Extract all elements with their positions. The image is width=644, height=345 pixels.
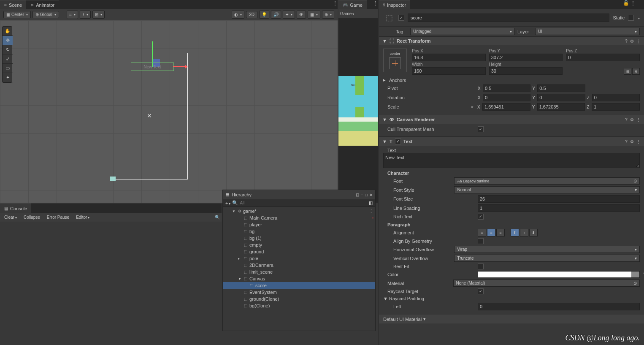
game-menu-icon[interactable]: ⋮ xyxy=(373,0,378,9)
material-field[interactable]: None (Material)⊙ xyxy=(453,280,640,287)
gizmo-x-axis[interactable] xyxy=(173,66,186,67)
align-middle-btn[interactable]: ↕ xyxy=(520,229,528,236)
2d-toggle-btn[interactable]: 2D xyxy=(246,11,257,18)
tag-dropdown[interactable]: Untagged▾ xyxy=(410,28,515,35)
scene-visibility-icon[interactable]: ▪ xyxy=(372,216,373,220)
collapse-button[interactable]: Collapse xyxy=(21,214,43,220)
search-icon[interactable]: 🔍 xyxy=(215,215,220,220)
line-spacing-input[interactable] xyxy=(478,204,640,212)
color-field[interactable]: ✎ xyxy=(478,271,640,278)
hierarchy-search-input[interactable] xyxy=(240,201,367,205)
static-dropdown[interactable] xyxy=(637,15,640,20)
text-header[interactable]: ▼ T Text ?⚙⋮ xyxy=(379,137,644,146)
text-enable-checkbox[interactable] xyxy=(395,139,401,144)
font-field[interactable]: Aa LegacyRuntime⊙ xyxy=(454,177,640,185)
align-left-btn[interactable]: ≡ xyxy=(478,229,486,236)
scene-menu-icon[interactable]: ⋮ xyxy=(333,0,338,9)
default-material-row[interactable]: Default UI Material▾ xyxy=(379,315,644,323)
help-icon[interactable]: ? xyxy=(625,39,628,43)
gizmos-btn[interactable]: ⊕ xyxy=(322,11,334,19)
hierarchy-item[interactable]: ⬚Main Camera▪ xyxy=(223,215,375,221)
close-icon[interactable]: ✕ xyxy=(369,193,373,197)
editor-dropdown[interactable]: Editor xyxy=(73,214,92,220)
camera-btn[interactable]: ▦ xyxy=(308,11,320,19)
scale-x-input[interactable] xyxy=(482,103,530,111)
layer-dropdown[interactable]: UI▾ xyxy=(535,28,640,35)
tree-arrow-icon[interactable]: ▼ xyxy=(232,209,236,213)
rect-transform-header[interactable]: ▼ ⛶ Rect Transform ?⚙⋮ xyxy=(379,37,644,45)
rot-y-input[interactable] xyxy=(537,94,585,101)
canvas-renderer-header[interactable]: ▼ 👁 Canvas Renderer ?⚙⋮ xyxy=(379,115,644,124)
preset-icon[interactable]: ⚙ xyxy=(630,139,634,144)
scene-tab[interactable]: ⌗Scene xyxy=(0,0,26,9)
help-icon[interactable]: ? xyxy=(625,117,628,122)
text-value-input[interactable]: New Text xyxy=(383,153,640,168)
lock-icon[interactable]: ⊟ xyxy=(356,193,359,197)
help-icon[interactable]: ? xyxy=(625,139,628,144)
scale-y-input[interactable] xyxy=(537,103,585,111)
hierarchy-item[interactable]: ⬚score xyxy=(223,282,375,289)
lighting-btn[interactable]: 💡 xyxy=(259,11,269,19)
hierarchy-item[interactable]: ⬚limit_scene xyxy=(223,269,375,275)
blueprint-btn[interactable]: ⊞ xyxy=(624,68,631,75)
align-bottom-btn[interactable]: ⬇ xyxy=(529,229,538,236)
error-pause-button[interactable]: Error Pause xyxy=(44,214,72,220)
minimize-icon[interactable]: − xyxy=(361,193,363,197)
scale-z-input[interactable] xyxy=(592,103,640,111)
hierarchy-item[interactable]: ⬚bg(Clone) xyxy=(223,302,375,309)
hierarchy-item[interactable]: ▼⬚Canvas xyxy=(223,275,375,282)
hidden-btn[interactable]: 👁 xyxy=(297,11,306,19)
hierarchy-item[interactable]: ⬚player xyxy=(223,221,375,228)
pivot-center-dropdown[interactable]: ▦Center xyxy=(3,11,31,18)
rot-x-input[interactable] xyxy=(483,94,530,101)
preset-icon[interactable]: ⚙ xyxy=(630,39,634,43)
align-geom-checkbox[interactable] xyxy=(478,238,484,244)
coord-global-dropdown[interactable]: ⊕Global xyxy=(32,11,59,18)
snap-increment-btn[interactable]: ⫶ xyxy=(80,11,91,19)
move-tool[interactable]: ✥ xyxy=(3,36,13,45)
game-display-dropdown[interactable]: Game xyxy=(340,11,354,16)
inspector-lock-icon[interactable]: 🔓 ⋮ xyxy=(623,0,644,9)
tree-arrow-icon[interactable]: ▼ xyxy=(238,277,242,281)
rich-text-checkbox[interactable] xyxy=(478,214,484,220)
hierarchy-item[interactable]: ⬚bg (1) xyxy=(223,235,375,242)
preset-icon[interactable]: ⚙ xyxy=(630,117,634,122)
height-input[interactable] xyxy=(489,67,563,75)
menu-icon[interactable]: ⋮ xyxy=(636,139,641,144)
raycast-target-checkbox[interactable] xyxy=(478,288,484,294)
menu-icon[interactable]: ⋮ xyxy=(636,117,641,122)
maximize-icon[interactable]: □ xyxy=(365,193,368,197)
rotate-tool[interactable]: ↻ xyxy=(3,45,13,54)
active-checkbox[interactable] xyxy=(398,15,404,21)
raycast-padding-foldout[interactable]: ▼ xyxy=(383,296,387,301)
selected-text-rect[interactable]: New Text xyxy=(131,62,174,71)
scale-tool[interactable]: ⤢ xyxy=(3,54,13,64)
inspector-tab[interactable]: ℹInspector xyxy=(379,0,410,9)
scene-menu-icon[interactable]: ⋮ xyxy=(369,209,373,214)
align-center-btn[interactable]: ≡ xyxy=(487,229,495,236)
anchor-preset-button[interactable]: center middle xyxy=(383,49,407,72)
pos-x-input[interactable] xyxy=(412,54,486,61)
v-overflow-dropdown[interactable]: Truncate▾ xyxy=(454,255,640,262)
tree-arrow-icon[interactable]: ▸ xyxy=(238,257,242,261)
hierarchy-item[interactable]: ▼⚙game*⋮ xyxy=(223,208,375,215)
add-button[interactable]: + xyxy=(225,201,230,206)
object-name-input[interactable] xyxy=(408,14,609,22)
pos-y-input[interactable] xyxy=(489,54,563,61)
hierarchy-item[interactable]: ⬚EventSystem xyxy=(223,289,375,296)
font-size-input[interactable] xyxy=(478,195,640,203)
pos-z-input[interactable] xyxy=(566,54,640,61)
anchors-foldout[interactable]: ▸ xyxy=(383,77,387,83)
fx-btn[interactable]: ✦ xyxy=(283,11,295,19)
audio-btn[interactable]: 🔊 xyxy=(271,11,281,19)
rot-z-input[interactable] xyxy=(592,94,640,101)
pivot-y-input[interactable] xyxy=(537,84,585,92)
gameobject-icon[interactable]: ⬚ xyxy=(383,12,395,24)
padding-left-input[interactable] xyxy=(478,303,640,310)
console-tab[interactable]: ▤Console xyxy=(0,204,31,213)
hierarchy-item[interactable]: ⬚2DCarmera xyxy=(223,262,375,269)
align-top-btn[interactable]: ⬆ xyxy=(511,229,519,236)
font-style-dropdown[interactable]: Normal▾ xyxy=(454,186,640,193)
align-right-btn[interactable]: ≡ xyxy=(496,229,505,236)
hierarchy-item[interactable]: ⬚ground(Clone) xyxy=(223,296,375,302)
